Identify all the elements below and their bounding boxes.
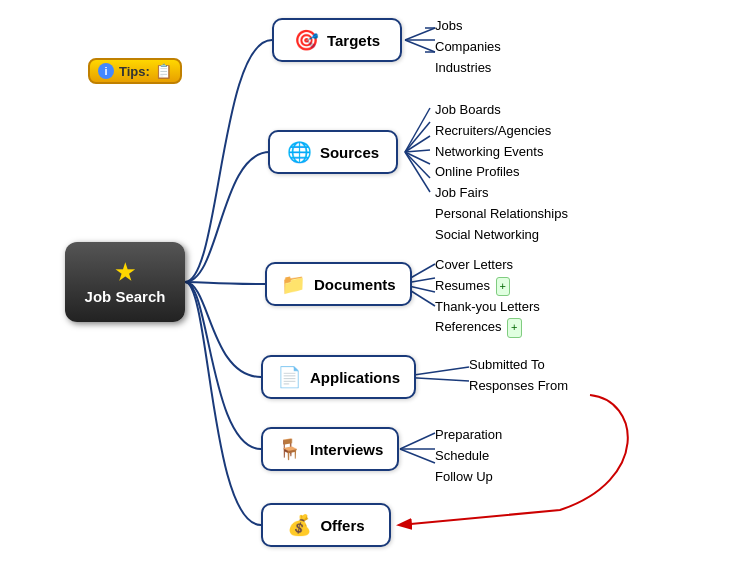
list-item: Cover Letters xyxy=(435,255,540,276)
node-documents[interactable]: 📁 Documents xyxy=(265,262,412,306)
interviews-icon: 🪑 xyxy=(277,437,302,461)
svg-line-20 xyxy=(400,449,435,463)
info-icon: i xyxy=(98,63,114,79)
tips-label: Tips: xyxy=(119,64,150,79)
doc-icon: 📋 xyxy=(155,63,172,79)
center-node[interactable]: ★ Job Search xyxy=(65,242,185,322)
list-item: Job Boards xyxy=(435,100,568,121)
list-item: Companies xyxy=(435,37,501,58)
plus-badge: + xyxy=(507,318,521,338)
globe-icon: 🌐 xyxy=(287,140,312,164)
center-label: Job Search xyxy=(85,288,166,305)
svg-line-18 xyxy=(400,433,435,449)
svg-line-10 xyxy=(405,152,430,178)
documents-label: Documents xyxy=(314,276,396,293)
svg-line-7 xyxy=(405,136,430,152)
sources-subitems: Job Boards Recruiters/Agencies Networkin… xyxy=(435,100,568,246)
list-item: Industries xyxy=(435,58,501,79)
svg-line-9 xyxy=(405,152,430,164)
svg-line-11 xyxy=(405,152,430,192)
folder-icon: 📁 xyxy=(281,272,306,296)
node-sources[interactable]: 🌐 Sources xyxy=(268,130,398,174)
list-item: Resumes + xyxy=(435,276,540,297)
applications-subitems: Submitted To Responses From xyxy=(469,355,568,397)
svg-line-5 xyxy=(405,108,430,152)
list-item: Job Fairs xyxy=(435,183,568,204)
interviews-subitems: Preparation Schedule Follow Up xyxy=(435,425,502,487)
documents-subitems: Cover Letters Resumes + Thank-you Letter… xyxy=(435,255,540,338)
offers-icon: 💰 xyxy=(287,513,312,537)
list-item: Personal Relationships xyxy=(435,204,568,225)
list-item: Networking Events xyxy=(435,142,568,163)
list-item: Submitted To xyxy=(469,355,568,376)
list-item: References + xyxy=(435,317,540,338)
tips-badge[interactable]: i Tips: 📋 xyxy=(88,58,182,84)
node-interviews[interactable]: 🪑 Interviews xyxy=(261,427,399,471)
targets-label: Targets xyxy=(327,32,380,49)
svg-line-2 xyxy=(405,40,435,52)
applications-icon: 📄 xyxy=(277,365,302,389)
list-item: Responses From xyxy=(469,376,568,397)
interviews-label: Interviews xyxy=(310,441,383,458)
list-item: Recruiters/Agencies xyxy=(435,121,568,142)
list-item: Social Networking xyxy=(435,225,568,246)
plus-badge: + xyxy=(496,277,510,297)
list-item: Schedule xyxy=(435,446,502,467)
node-applications[interactable]: 📄 Applications xyxy=(261,355,416,399)
list-item: Thank-you Letters xyxy=(435,297,540,318)
sources-label: Sources xyxy=(320,144,379,161)
center-star: ★ xyxy=(115,260,135,286)
targets-subitems: Jobs Companies Industries xyxy=(435,16,501,78)
svg-line-0 xyxy=(405,28,435,40)
applications-label: Applications xyxy=(310,369,400,386)
node-offers[interactable]: 💰 Offers xyxy=(261,503,391,547)
list-item: Follow Up xyxy=(435,467,502,488)
list-item: Preparation xyxy=(435,425,502,446)
offers-label: Offers xyxy=(320,517,364,534)
node-targets[interactable]: 🎯 Targets xyxy=(272,18,402,62)
list-item: Jobs xyxy=(435,16,501,37)
mindmap-container: i Tips: 📋 ★ Job Search 🎯 Targets Jobs Co… xyxy=(0,0,750,563)
list-item: Online Profiles xyxy=(435,162,568,183)
svg-line-8 xyxy=(405,150,430,152)
target-icon: 🎯 xyxy=(294,28,319,52)
svg-line-6 xyxy=(405,122,430,152)
